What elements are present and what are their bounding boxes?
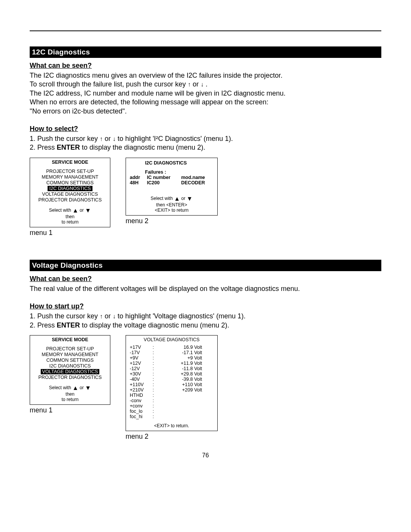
text-line: The I2C address, IC number and module na… bbox=[30, 89, 381, 98]
sub-heading-how-1: How to select? bbox=[30, 125, 381, 133]
table-row: HTHD: bbox=[130, 393, 213, 398]
exit-hint: to return bbox=[30, 397, 110, 402]
menu-item: PROJECTOR DIAGNOSTICS bbox=[30, 375, 110, 380]
table-row: +110V:+110 Volt bbox=[130, 382, 213, 387]
table-row: +conv: bbox=[130, 403, 213, 409]
menu-1-box: SERVICE MODEPROJECTOR SET-UPMEMORY MANAG… bbox=[30, 158, 110, 227]
arrow-up-icon: ↑ bbox=[188, 81, 191, 89]
text-line: The I2C diagnostics menu gives an overvi… bbox=[30, 71, 381, 80]
section-heading-i2c: 12C Diagnostics bbox=[30, 46, 381, 58]
table-row: +9V:+9 Volt bbox=[130, 355, 213, 361]
menu-item: VOLTAGE DIAGNOSTICS bbox=[30, 369, 110, 374]
table-row: +17V:16.9 Volt bbox=[130, 345, 213, 350]
menu-item: COMMON SETTINGS bbox=[30, 358, 110, 363]
table-row: -12V:-11.8 Volt bbox=[130, 366, 213, 371]
arrow-down-icon: ▼ bbox=[186, 195, 193, 202]
table-row: -17V:-17.1 Volt bbox=[130, 350, 213, 355]
page-number: 76 bbox=[30, 452, 381, 459]
exit-hint: to return bbox=[30, 219, 110, 225]
select-hint: Select with ▲ or ▼ bbox=[30, 385, 110, 391]
table-row: -40V:-39.8 Volt bbox=[130, 377, 213, 382]
text-line: "No errors on i2c-bus detected". bbox=[30, 107, 381, 116]
menu-item: COMMON SETTINGS bbox=[30, 180, 110, 185]
menu-item: PROJECTOR DIAGNOSTICS bbox=[30, 197, 110, 203]
menu-1-box: SERVICE MODEPROJECTOR SET-UPMEMORY MANAG… bbox=[30, 335, 110, 405]
sub-heading-how-2: How to start up? bbox=[30, 302, 381, 310]
table-row: foc_hi: bbox=[130, 414, 213, 419]
arrow-up-icon: ↑ bbox=[100, 135, 103, 143]
menu-title: VOLTAGE DIAGNOSTICS bbox=[130, 337, 213, 342]
enter-hint: then bbox=[30, 391, 110, 397]
text-line: 2. Press ENTER to display the diagnostic… bbox=[30, 143, 381, 152]
table-row: foc_lo: bbox=[130, 409, 213, 414]
table-row: +30V:+29.8 Volt bbox=[130, 371, 213, 377]
section-heading-voltage: Voltage Diagnostics bbox=[30, 260, 381, 271]
menu-caption: menu 2 bbox=[126, 217, 218, 225]
enter-hint: then bbox=[30, 214, 110, 219]
select-hint: Select with ▲ or ▼ bbox=[130, 195, 213, 202]
text-line: 2. Press ENTER to display the voltage di… bbox=[30, 321, 381, 330]
menu-item: PROJECTOR SET-UP bbox=[30, 169, 110, 174]
menu-title: SERVICE MODE bbox=[30, 160, 110, 165]
menu-caption: menu 2 bbox=[126, 433, 218, 441]
table-header: addrIC numbermod.name bbox=[130, 175, 213, 180]
arrow-down-icon: ↓ bbox=[113, 135, 116, 143]
menu-title: SERVICE MODE bbox=[30, 337, 110, 342]
menu-item: MEMORY MANAGEMENT bbox=[30, 352, 110, 357]
table-row: +210V:+209 Volt bbox=[130, 387, 213, 393]
text-line: 1. Push the cursor key ↑ or ↓ to highlig… bbox=[30, 134, 381, 143]
menu-caption: menu 1 bbox=[30, 229, 110, 237]
menu-item: I2C DIAGNOSTICS bbox=[30, 186, 110, 191]
menu-item: MEMORY MANAGEMENT bbox=[30, 174, 110, 180]
menu-2-box: VOLTAGE DIAGNOSTICS +17V:16.9 Volt-17V:-… bbox=[126, 335, 218, 431]
exit-hint: <EXIT> to return bbox=[130, 208, 213, 213]
table-row: -conv: bbox=[130, 398, 213, 403]
top-rule bbox=[30, 30, 381, 31]
text-line: When no errors are detected, the followi… bbox=[30, 98, 381, 107]
menu-title: I2C DIAGNOSTICS bbox=[145, 160, 213, 166]
arrow-up-icon: ↑ bbox=[100, 313, 103, 321]
menu-item: VOLTAGE DIAGNOSTICS bbox=[30, 192, 110, 197]
arrow-up-icon: ▲ bbox=[174, 195, 180, 202]
exit-hint: <EXIT> to return. bbox=[130, 423, 213, 428]
menu-item: PROJECTOR SET-UP bbox=[30, 346, 110, 351]
text-line: The real value of the different voltages… bbox=[30, 284, 381, 293]
sub-heading-what-2: What can be seen? bbox=[30, 275, 381, 283]
failures-label: Failures : bbox=[145, 169, 213, 175]
enter-hint: then <ENTER> bbox=[130, 202, 213, 208]
table-row: +12V:+11.9 Volt bbox=[130, 361, 213, 366]
text-line: To scroll through the failure list, push… bbox=[30, 80, 381, 89]
text-line: 1. Push the cursor key ↑ or ↓ to highlig… bbox=[30, 312, 381, 321]
menu-item: I2C DIAGNOSTICS bbox=[30, 363, 110, 369]
sub-heading-what-1: What can be seen? bbox=[30, 62, 381, 70]
arrow-down-icon: ↓ bbox=[113, 313, 116, 321]
menu-2-box: I2C DIAGNOSTICS Failures : addrIC number… bbox=[126, 158, 218, 216]
menu-caption: menu 1 bbox=[30, 406, 110, 414]
select-hint: Select with ▲ or ▼ bbox=[30, 207, 110, 214]
table-row: 48HIC200DECODER bbox=[130, 180, 213, 185]
